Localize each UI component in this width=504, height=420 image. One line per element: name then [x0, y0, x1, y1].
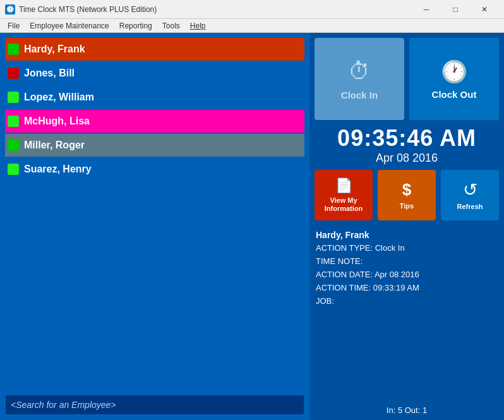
employee-panel: Hardy, FrankJones, BillLopez, WilliamMcH… — [0, 33, 309, 420]
title-bar: 🕐 Time Clock MTS (Network PLUS Edition) … — [0, 0, 504, 19]
tips-button[interactable]: $ Tips — [378, 170, 436, 220]
menu-tools[interactable]: Tools — [157, 20, 185, 32]
menu-file[interactable]: File — [3, 20, 25, 32]
search-placeholder: <Search for an Employee> — [11, 400, 116, 410]
last-action-job: JOB: — [316, 295, 498, 308]
employee-row[interactable]: Jones, Bill — [5, 62, 304, 85]
status-indicator — [8, 140, 19, 151]
info-panel: Hardy, Frank ACTION TYPE: Clock In TIME … — [315, 225, 499, 398]
last-action-type: ACTION TYPE: Clock In — [316, 242, 498, 255]
status-indicator — [8, 68, 19, 79]
employee-list: Hardy, FrankJones, BillLopez, WilliamMcH… — [5, 38, 304, 388]
employee-row[interactable]: McHugh, Lisa — [5, 110, 304, 133]
menu-reporting[interactable]: Reporting — [114, 20, 157, 32]
maximize-button[interactable]: □ — [441, 0, 470, 19]
tips-label: Tips — [400, 202, 414, 210]
app-icon: 🕐 — [5, 4, 15, 15]
employee-row[interactable]: Lopez, William — [5, 86, 304, 109]
main-content: Hardy, FrankJones, BillLopez, WilliamMcH… — [0, 33, 504, 420]
employee-name-label: Jones, Bill — [24, 68, 75, 79]
employee-row[interactable]: Suarez, Henry — [5, 158, 304, 181]
time-display: 09:35:46 AM Apr 08 2016 — [315, 125, 499, 165]
tips-icon: $ — [402, 180, 411, 200]
clock-buttons: ⏱ Clock In 🕐 Clock Out — [315, 38, 499, 120]
status-indicator — [8, 164, 19, 175]
current-date: Apr 08 2016 — [315, 152, 499, 165]
menu-help[interactable]: Help — [185, 20, 211, 32]
last-action-time-note: TIME NOTE: — [316, 255, 498, 268]
last-action-time: ACTION TIME: 09:33:19 AM — [316, 282, 498, 295]
employee-name-label: Hardy, Frank — [24, 44, 85, 55]
action-buttons: 📄 View MyInformation $ Tips ↺ Refresh — [315, 170, 499, 220]
search-bar[interactable]: <Search for an Employee> — [5, 395, 304, 415]
status-indicator — [8, 44, 19, 55]
view-info-button[interactable]: 📄 View MyInformation — [315, 170, 373, 220]
status-indicator — [8, 116, 19, 127]
employee-name-label: Suarez, Henry — [24, 164, 92, 175]
summary-text: In: 5 Out: 1 — [387, 405, 427, 415]
summary-line: In: 5 Out: 1 — [315, 403, 499, 415]
current-time: 09:35:46 AM — [315, 125, 499, 152]
status-indicator — [8, 92, 19, 103]
view-info-icon: 📄 — [335, 177, 352, 194]
employee-name-label: Miller, Roger — [24, 140, 85, 151]
title-bar-controls: ─ □ ✕ — [412, 0, 499, 19]
refresh-button[interactable]: ↺ Refresh — [441, 170, 499, 220]
right-panel: ⏱ Clock In 🕐 Clock Out 09:35:46 AM Apr 0… — [309, 33, 504, 420]
last-action-date: ACTION DATE: Apr 08 2016 — [316, 268, 498, 282]
close-button[interactable]: ✕ — [470, 0, 499, 19]
clock-in-button[interactable]: ⏱ Clock In — [315, 38, 404, 120]
employee-name-label: McHugh, Lisa — [24, 116, 90, 127]
minimize-button[interactable]: ─ — [412, 0, 441, 19]
clock-out-button[interactable]: 🕐 Clock Out — [409, 38, 499, 120]
employee-row[interactable]: Hardy, Frank — [5, 38, 304, 61]
clock-out-label: Clock Out — [432, 89, 477, 100]
title-bar-text: Time Clock MTS (Network PLUS Edition) — [19, 5, 412, 14]
clock-in-label: Clock In — [341, 90, 378, 100]
refresh-label: Refresh — [457, 203, 483, 211]
menu-bar: File Employee Maintenance Reporting Tool… — [0, 19, 504, 33]
clock-in-icon: ⏱ — [348, 58, 371, 85]
last-action-employee: Hardy, Frank — [316, 228, 498, 242]
menu-employee-maintenance[interactable]: Employee Maintenance — [25, 20, 114, 32]
view-info-label: View MyInformation — [325, 196, 363, 213]
clock-out-icon: 🕐 — [441, 59, 467, 84]
refresh-icon: ↺ — [463, 179, 477, 200]
employee-name-label: Lopez, William — [24, 92, 94, 103]
employee-row[interactable]: Miller, Roger — [5, 134, 304, 157]
